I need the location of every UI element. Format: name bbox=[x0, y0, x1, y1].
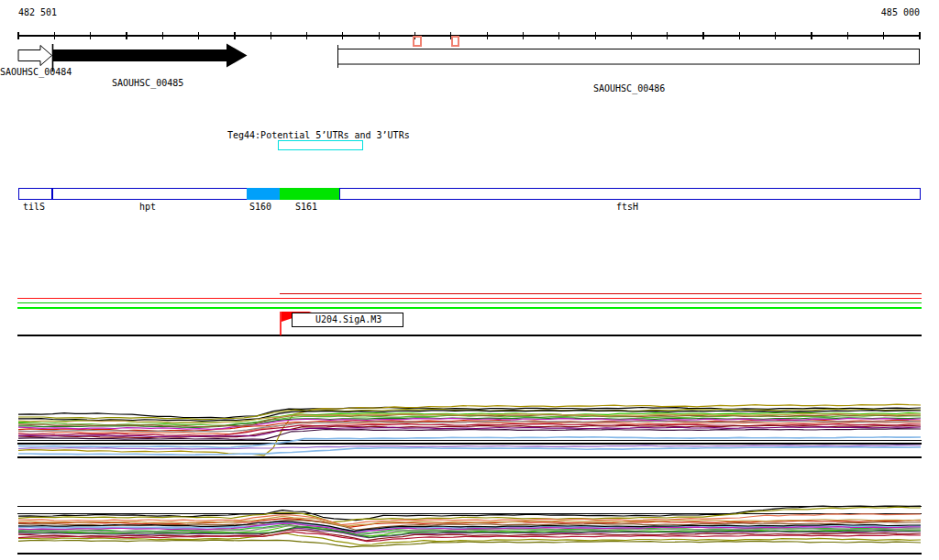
gene-box-saouhsc-00486[interactable] bbox=[338, 45, 920, 68]
ruler-start-coordinate: 482 501 bbox=[18, 6, 57, 18]
plot-series-line bbox=[18, 429, 921, 440]
plot-series-line bbox=[18, 412, 921, 423]
plot-series-line bbox=[18, 409, 921, 419]
gene-box-hpt[interactable] bbox=[52, 188, 248, 200]
plot-series-line bbox=[18, 418, 921, 429]
plot-series-line bbox=[18, 425, 921, 438]
tss-signal-track bbox=[17, 294, 922, 336]
gene-arrow-saouhsc-00484[interactable] bbox=[18, 46, 52, 66]
tss-flag-label: U204.SigA.M3 bbox=[293, 313, 403, 326]
plot-series-line bbox=[18, 447, 921, 456]
plot-series-line bbox=[18, 540, 921, 547]
plot-series-line bbox=[18, 523, 921, 533]
plot-series-line bbox=[18, 528, 921, 538]
gene-label-tils: tilS bbox=[23, 201, 45, 213]
plot-series-line bbox=[18, 423, 921, 434]
plot-series-line bbox=[18, 420, 921, 431]
plot-series-line bbox=[18, 404, 921, 456]
plot-series-line bbox=[18, 414, 921, 426]
plot-series-line bbox=[18, 415, 921, 425]
plot-series-line bbox=[18, 520, 921, 530]
gene-label-s161: S161 bbox=[295, 201, 317, 213]
gene-box-s161[interactable] bbox=[280, 188, 339, 200]
gene-box-ftsh[interactable] bbox=[339, 188, 921, 200]
plot-series-line bbox=[18, 524, 921, 533]
plot-series-line bbox=[18, 437, 921, 448]
plot-series-line bbox=[18, 533, 921, 545]
plot-series-line bbox=[18, 525, 921, 536]
plot-series-line bbox=[18, 522, 921, 532]
plot-series-line bbox=[18, 427, 921, 437]
gene-label-saouhsc-00484: SAOUHSC_00484 bbox=[0, 66, 72, 78]
plot-series-line bbox=[18, 522, 921, 532]
plot-series-line bbox=[18, 530, 921, 541]
plot-series-line bbox=[18, 411, 921, 422]
plot-series-line bbox=[18, 506, 921, 521]
mismatch-mark[interactable] bbox=[414, 37, 421, 46]
plot-series-line bbox=[18, 519, 921, 527]
tss-label-box[interactable]: U204.SigA.M3 bbox=[292, 313, 403, 327]
gene-label-saouhsc-00486: SAOUHSC_00486 bbox=[593, 82, 665, 94]
plot-series-line bbox=[18, 445, 921, 449]
gene-label-saouhsc-00485: SAOUHSC_00485 bbox=[112, 77, 183, 89]
plot-series-line bbox=[18, 532, 921, 542]
mismatch-mark[interactable] bbox=[452, 37, 458, 46]
upper-coverage-plot bbox=[17, 404, 922, 457]
ruler-end-coordinate: 485 000 bbox=[881, 6, 920, 18]
gene-box-tils[interactable] bbox=[18, 188, 52, 200]
utr-feature-box[interactable] bbox=[278, 140, 363, 150]
genome-browser-canvas: 482 501 485 000 SAOUHSC_00484 SAOUHSC_00… bbox=[0, 0, 939, 560]
plot-series-line bbox=[18, 423, 921, 435]
plot-series-line bbox=[18, 418, 921, 428]
plot-series-line bbox=[18, 514, 921, 525]
plot-series-line bbox=[18, 527, 921, 537]
plot-series-line bbox=[18, 407, 921, 418]
gene-label-ftsh: ftsH bbox=[616, 201, 638, 213]
gene-box-s160[interactable] bbox=[247, 188, 280, 200]
plot-series-line bbox=[18, 507, 921, 522]
gene-label-s160: S160 bbox=[249, 201, 271, 213]
ruler bbox=[17, 32, 920, 46]
plot-series-line bbox=[18, 516, 921, 526]
gene-label-hpt: hpt bbox=[139, 201, 156, 213]
plot-series-line bbox=[18, 526, 921, 535]
plot-series-line bbox=[18, 413, 921, 423]
lower-coverage-plot bbox=[17, 506, 922, 554]
plot-series-line bbox=[18, 421, 921, 432]
gene-arrow-saouhsc-00485[interactable] bbox=[52, 44, 248, 72]
